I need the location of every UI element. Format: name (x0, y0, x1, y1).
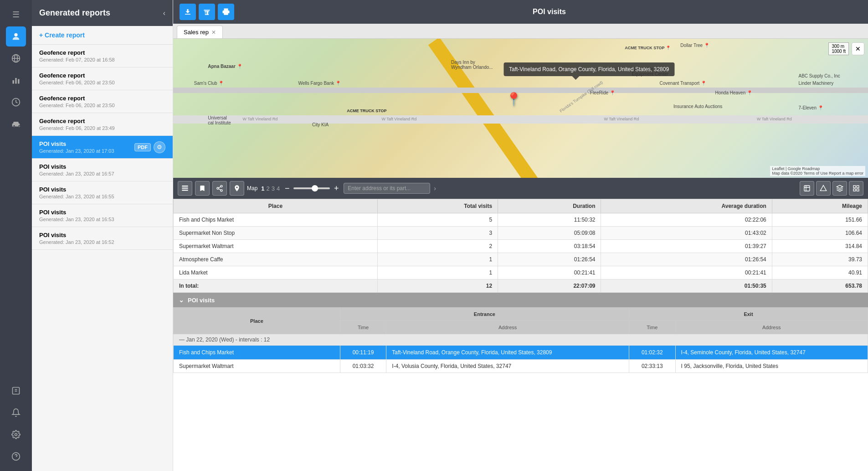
poi-highlight-row: Fish and Chips Market 00:11:19 Taft-Vine… (174, 346, 868, 360)
map-background[interactable]: Apna Bazaar 📍 Sam's Club 📍 Wells Fargo B… (173, 39, 868, 178)
row-mileage: 314.84 (772, 240, 868, 253)
map-road-label-taft1: W Taft Vineland Rd (243, 117, 278, 121)
poi-date-row: — Jan 22, 2020 (Wed) - intervals : 12 (174, 334, 868, 346)
report-item-4[interactable]: POI visits Generated: Jan 23, 2020 at 17… (32, 136, 173, 159)
row-visits: 5 (377, 213, 498, 227)
delete-button[interactable] (199, 4, 215, 20)
map-layer-btn-4[interactable] (849, 181, 863, 196)
data-section: Place Total visits Duration Average dura… (173, 199, 868, 471)
row-duration: 00:21:41 (498, 266, 601, 279)
svg-rect-24 (804, 186, 810, 191)
poi-entrance-address: Address (386, 321, 629, 334)
map-page-2[interactable]: 2 (267, 185, 270, 192)
map-poi-button[interactable] (230, 181, 244, 196)
row-place: Lida Market (174, 266, 378, 279)
table-row: Atmosphere Caffe 1 01:26:54 01:26:54 39.… (174, 253, 868, 266)
svg-rect-6 (18, 79, 19, 84)
map-pages: Map 1 2 3 4 (247, 185, 280, 192)
report-item-8[interactable]: POI visits Generated: Jan 23, 2020 at 16… (32, 227, 173, 250)
row-visits: 3 (377, 227, 498, 240)
map-layer-btn-2[interactable] (816, 181, 831, 196)
total-label: In total: (174, 279, 378, 293)
map-layer-btn-1[interactable] (800, 181, 814, 196)
map-label-days-inn: Days Inn byWyndham Orlando... (451, 60, 493, 70)
row-duration: 05:09:08 (498, 227, 601, 240)
chart-icon[interactable] (6, 70, 26, 90)
row-visits: 1 (377, 253, 498, 266)
poi-collapse-button[interactable]: ⌄ (179, 296, 184, 304)
map-search-input[interactable] (344, 183, 430, 194)
car-icon[interactable] (6, 114, 26, 134)
help-icon[interactable] (6, 446, 26, 466)
map-page-4[interactable]: 4 (277, 185, 280, 192)
map-close-button[interactable]: ✕ (852, 42, 864, 55)
report-name-7: POI visits (39, 209, 165, 216)
table-row: Lida Market 1 00:21:41 00:21:41 40.91 (174, 266, 868, 279)
zoom-plus-button[interactable]: + (332, 184, 341, 193)
map-layers-button[interactable] (178, 181, 192, 196)
user-icon[interactable] (6, 26, 26, 47)
map-page-1[interactable]: 1 (261, 185, 264, 192)
poi-row-entrance-addr: Taft-Vineland Road, Orange County, Flori… (386, 346, 629, 360)
svg-point-0 (14, 33, 17, 36)
table-row: Supermarket Waltmart 2 03:18:54 01:39:27… (174, 240, 868, 253)
map-bookmark-button[interactable] (195, 181, 210, 196)
report-name-1: Geofence report (39, 72, 165, 79)
map-label-acme-top: ACME TRUCK STOP 📍 (625, 46, 671, 50)
report-date-7: Generated: Jan 23, 2020 at 16:53 (39, 217, 165, 222)
poi-header-row: Place Entrance Exit (174, 308, 868, 321)
collapse-button[interactable]: ‹ (163, 9, 165, 17)
zoom-slider[interactable] (293, 187, 330, 189)
menu-icon[interactable]: ☰ (6, 5, 26, 25)
svg-rect-28 (853, 189, 856, 191)
report-item-2[interactable]: Geofence report Generated: Feb 06, 2020 … (32, 90, 173, 113)
create-report-button[interactable]: + Create report (32, 26, 173, 45)
report-item-1[interactable]: Geofence report Generated: Feb 06, 2020 … (32, 67, 173, 90)
report-item-6[interactable]: POI visits Generated: Jan 23, 2020 at 16… (32, 181, 173, 204)
map-controls: Map 1 2 3 4 − + › (173, 178, 868, 199)
poi-row-place: Fish and Chips Market (174, 346, 340, 360)
clock-icon[interactable] (6, 92, 26, 112)
map-search-arrow[interactable]: › (433, 185, 436, 192)
report-item-7[interactable]: POI visits Generated: Jan 23, 2020 at 16… (32, 204, 173, 227)
svg-rect-4 (13, 80, 14, 84)
report-item-5[interactable]: POI visits Generated: Jan 23, 2020 at 16… (32, 159, 173, 181)
poi-date-label: — Jan 22, 2020 (Wed) - intervals : 12 (174, 334, 868, 346)
row-duration: 11:50:32 (498, 213, 601, 227)
poi-col-entrance: Entrance (340, 308, 629, 321)
report-item-3[interactable]: Geofence report Generated: Feb 06, 2020 … (32, 113, 173, 136)
report-item-0[interactable]: Geofence report Generated: Feb 07, 2020 … (32, 45, 173, 67)
report-name-2: Geofence report (39, 95, 165, 102)
map-share-button[interactable] (212, 181, 227, 196)
settings-icon[interactable] (6, 424, 26, 445)
map-scale: 300 m 1000 ft (828, 42, 849, 55)
sidebar-header: Generated reports ‹ (32, 0, 173, 26)
map-scale-ft: 1000 ft (832, 49, 846, 54)
tab-close-icon[interactable]: ✕ (211, 29, 216, 36)
tab-sales-rep[interactable]: Sales rep ✕ (177, 26, 223, 38)
report-date-2: Generated: Feb 06, 2020 at 23:50 (39, 103, 165, 108)
map-road-label-taft2: W Taft Vineland Rd (382, 117, 417, 121)
gear-badge[interactable]: ⚙ (154, 141, 165, 153)
report-name-4: POI visits (39, 140, 114, 147)
export-icon[interactable] (6, 381, 26, 401)
row-avg: 02:22:06 (601, 213, 772, 227)
total-avg: 01:50:35 (601, 279, 772, 293)
svg-rect-5 (15, 78, 16, 84)
zoom-minus-button[interactable]: − (282, 184, 292, 193)
col-duration: Duration (498, 199, 601, 213)
map-page-3[interactable]: 3 (272, 185, 275, 192)
tab-bar: Sales rep ✕ (173, 24, 868, 39)
poi-col-exit: Exit (629, 308, 868, 321)
map-label-honda: Honda Heaven 📍 (715, 90, 753, 95)
map-layer-btn-3[interactable] (832, 181, 847, 196)
bell-icon[interactable] (6, 403, 26, 423)
table-row: Supermarket Non Stop 3 05:09:08 01:43:02… (174, 227, 868, 240)
print-button[interactable] (218, 4, 234, 20)
map-label-universal: Universalcal Institute (208, 115, 231, 125)
sidebar-title: Generated reports (39, 8, 110, 18)
download-button[interactable] (180, 4, 196, 20)
sidebar: Generated reports ‹ + Create report Geof… (32, 0, 173, 471)
globe-icon[interactable] (6, 48, 26, 68)
row-mileage: 39.73 (772, 253, 868, 266)
